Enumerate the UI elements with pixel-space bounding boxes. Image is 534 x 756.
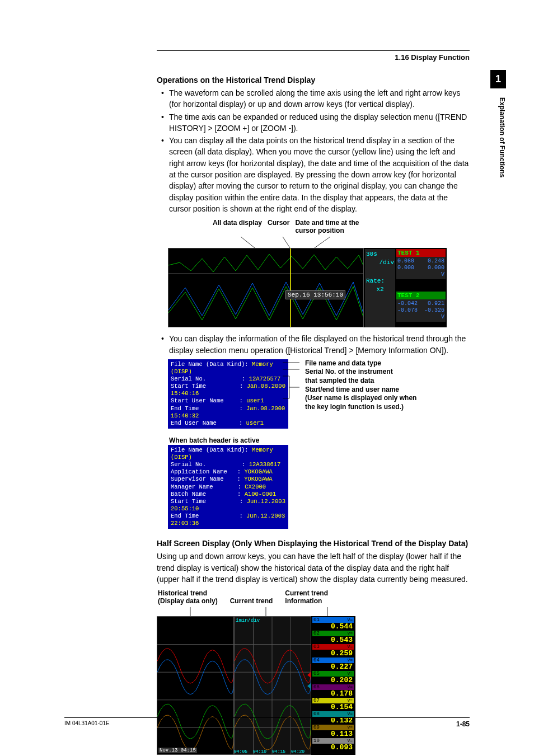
callout-datetime: Date and time at the cursor position [295,219,363,236]
channel-readout: 06V=0.178 [312,684,354,697]
bullet-item: The waveform can be scrolled along the t… [157,87,470,110]
svg-line-2 [315,237,330,248]
test2-header: TEST 2 [396,292,446,299]
channel-readout: 02V=0.543 [312,631,354,644]
section-heading: Half Screen Display (Only When Displayin… [157,539,470,548]
callout-historical-trend: Historical trend (Display data only) [158,589,229,606]
body-text: Using up and down arrow keys, you can ha… [157,551,470,585]
doc-id: IM 04L31A01-01E [64,720,110,726]
test1-header: TEST 1 [396,249,446,257]
callout-all-data: All data display [213,219,266,236]
bullet-list: The waveform can be scrolled along the t… [157,87,470,214]
batch-info-box: File Name (Data Kind): Memory (DISP) Ser… [168,445,288,529]
page-number: 1-85 [456,720,470,728]
half-screen-screenshot: Nov.13 04:15 1min/div 01V=0.54402V=0.543… [157,616,355,755]
channel-readout: 10V=0.093 [312,738,354,751]
svg-marker-26 [307,683,311,689]
svg-line-1 [283,237,290,248]
channel-readout: 03V=0.259 [312,644,354,657]
memory-info-box: File Name (Data Kind): Memory (DISP) Ser… [168,359,288,429]
channel-readout: 01V=0.544 [312,617,354,630]
rate-panel: 30s /div Rate: x2 [365,249,395,327]
channel-readout: 05V=0.202 [312,671,354,684]
callout-current-trend: Current trend [230,589,284,606]
historical-pane: Nov.13 04:15 [157,616,234,755]
channel-readout: 07V=0.154 [312,698,354,711]
chapter-number-tab: 1 [490,70,506,88]
test-readouts: TEST 1 0.0800.248 0.0000.000 V TEST 2 -0… [396,249,446,322]
current-pane: 1min/div [234,616,311,755]
bullet-item: You can display all the data points on t… [157,135,470,214]
figure-callout-labels: All data display Cursor Date and time at… [212,218,364,237]
callout-current-info: Current trend information [285,589,339,606]
section-header: 1.16 Display Function [157,53,470,62]
svg-marker-25 [307,672,311,678]
waveform-area [168,248,364,327]
channel-readout: 04V=0.227 [312,658,354,670]
chapter-title-side: Explanation of Functions [490,94,506,177]
hist-timestamp: Nov.13 04:15 [158,748,197,753]
section-heading: Operations on the Historical Trend Displ… [157,76,470,84]
svg-line-0 [241,237,255,248]
memory-info-callouts: File name and data type Serial No. of th… [305,359,416,412]
time-axis-label: 1min/div [236,618,260,623]
time-ticks: 04:0504:1004:1504:20 [234,749,310,754]
bullet-item: You can display the information of the f… [157,333,470,356]
channel-readout-column: 01V=0.54402V=0.54303V=0.25904V=0.22705V=… [312,617,354,752]
callout-cursor: Cursor [268,219,294,236]
figure2-callout-labels: Historical trend (Display data only) Cur… [157,588,340,607]
bullet-item: The time axis can be expanded or reduced… [157,111,470,134]
cursor-timestamp: Sep.16 13:56:10 [285,290,345,299]
batch-header-label: When batch header is active [169,436,470,444]
historical-trend-screenshot: Sep.16 13:56:10 30s /div Rate: x2 TEST 1… [168,248,447,327]
